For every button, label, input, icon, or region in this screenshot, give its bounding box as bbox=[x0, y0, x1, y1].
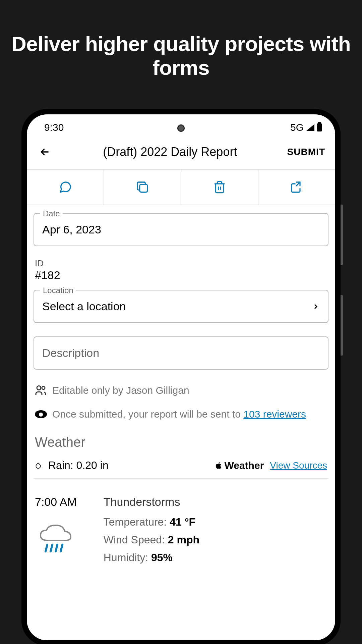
weather-provider: Weather bbox=[214, 460, 264, 471]
back-button[interactable] bbox=[37, 144, 53, 160]
svg-rect-1 bbox=[140, 184, 147, 192]
people-icon bbox=[35, 384, 47, 396]
temperature-value: 41 °F bbox=[170, 516, 195, 528]
rain-text: Rain: 0.20 in bbox=[48, 459, 109, 472]
copy-icon bbox=[136, 180, 149, 194]
location-placeholder: Select a location bbox=[42, 300, 126, 313]
view-sources-link[interactable]: View Sources bbox=[270, 460, 327, 471]
permission-text: Editable only by Jason Gilligan bbox=[52, 385, 189, 396]
weather-time: 7:00 AM bbox=[35, 495, 77, 508]
comment-button[interactable] bbox=[27, 170, 104, 205]
weather-provider-row: Weather View Sources bbox=[214, 460, 327, 471]
location-label: Location bbox=[40, 286, 76, 295]
svg-point-5 bbox=[37, 386, 41, 390]
date-label: Date bbox=[40, 209, 63, 218]
trash-icon bbox=[213, 180, 226, 194]
status-right: 5G bbox=[290, 122, 322, 133]
svg-line-8 bbox=[51, 545, 52, 551]
wind-label: Wind Speed: bbox=[104, 534, 168, 546]
share-icon bbox=[290, 180, 303, 194]
reviewer-link[interactable]: 103 reviewers bbox=[243, 409, 306, 420]
rain-info: Rain: 0.20 in bbox=[35, 459, 109, 472]
app-header: (Draft) 2022 Daily Report SUBMIT bbox=[27, 137, 335, 169]
submit-button[interactable]: SUBMIT bbox=[287, 147, 325, 157]
weather-provider-label: Weather bbox=[224, 460, 264, 471]
weather-condition: Thunderstorms bbox=[104, 495, 199, 508]
apple-icon bbox=[214, 461, 223, 471]
id-section: ID #182 bbox=[34, 254, 328, 290]
description-field[interactable]: Description bbox=[34, 336, 328, 370]
status-time: 9:30 bbox=[44, 122, 64, 133]
svg-line-7 bbox=[46, 545, 47, 551]
delete-button[interactable] bbox=[181, 170, 258, 205]
copy-button[interactable] bbox=[104, 170, 181, 205]
reviewer-text: Once submitted, your report will be sent… bbox=[52, 409, 306, 420]
reviewer-prefix: Once submitted, your report will be sent… bbox=[52, 409, 243, 420]
signal-icon bbox=[306, 124, 314, 131]
marketing-headline: Deliver higher quality projects with for… bbox=[0, 0, 362, 80]
description-placeholder: Description bbox=[42, 346, 320, 360]
svg-line-9 bbox=[56, 545, 57, 551]
phone-screen: 9:30 5G (Draft) 2022 Daily Report SUBMIT bbox=[27, 114, 335, 640]
chevron-right-icon bbox=[312, 303, 320, 311]
svg-line-4 bbox=[296, 182, 300, 186]
humidity-label: Humidity: bbox=[104, 551, 151, 564]
weather-info-column: Thunderstorms Temperature: 41 °F Wind Sp… bbox=[104, 495, 199, 564]
date-field[interactable]: Date Apr 6, 2023 bbox=[34, 213, 328, 246]
reviewer-row: Once submitted, your report will be sent… bbox=[34, 405, 328, 424]
network-label: 5G bbox=[290, 122, 304, 133]
weather-title: Weather bbox=[34, 435, 328, 450]
temperature-row: Temperature: 41 °F bbox=[104, 516, 199, 528]
battery-icon bbox=[317, 123, 322, 131]
permission-row: Editable only by Jason Gilligan bbox=[34, 380, 328, 400]
weather-time-column: 7:00 AM bbox=[35, 495, 77, 564]
wind-row: Wind Speed: 2 mph bbox=[104, 534, 199, 546]
camera-dot bbox=[177, 124, 185, 132]
id-label: ID bbox=[35, 258, 327, 269]
share-button[interactable] bbox=[258, 170, 335, 205]
humidity-value: 95% bbox=[151, 551, 173, 564]
weather-detail: 7:00 AM Thunderstorms Temperature: 41 °F bbox=[34, 479, 328, 564]
rain-cloud-icon bbox=[37, 522, 74, 559]
location-field[interactable]: Location Select a location bbox=[34, 290, 328, 323]
eye-icon bbox=[35, 410, 47, 418]
svg-point-6 bbox=[42, 386, 45, 389]
temperature-label: Temperature: bbox=[104, 516, 170, 528]
humidity-row: Humidity: 95% bbox=[104, 551, 199, 564]
comment-icon bbox=[59, 180, 72, 194]
droplet-icon bbox=[35, 461, 42, 470]
weather-summary: Rain: 0.20 in Weather View Sources bbox=[34, 450, 328, 479]
svg-line-10 bbox=[61, 545, 62, 551]
date-value: Apr 6, 2023 bbox=[42, 223, 320, 236]
wind-value: 2 mph bbox=[168, 534, 199, 546]
page-title: (Draft) 2022 Daily Report bbox=[53, 145, 287, 159]
form-content: Date Apr 6, 2023 ID #182 Location Select… bbox=[27, 205, 335, 572]
toolbar bbox=[27, 169, 335, 205]
id-value: #182 bbox=[35, 269, 327, 282]
phone-frame: 9:30 5G (Draft) 2022 Daily Report SUBMIT bbox=[21, 109, 341, 644]
